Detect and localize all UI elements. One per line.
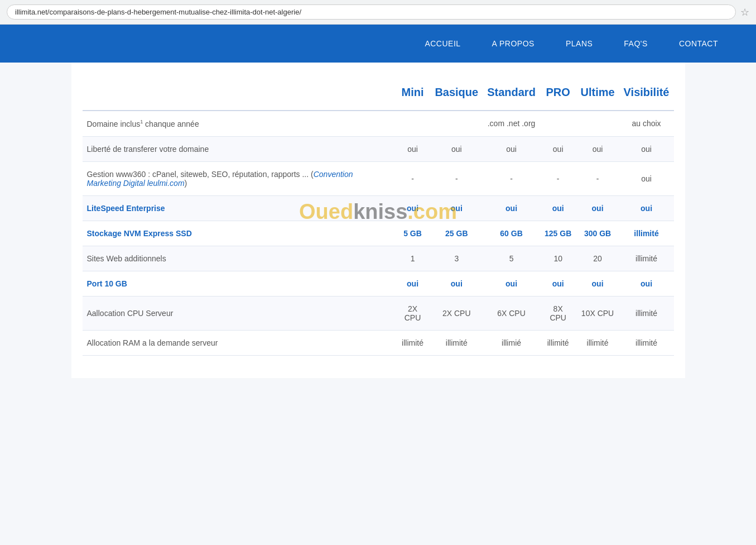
cell-port-col0: oui xyxy=(395,271,431,296)
cell-cpu-col2: 6X CPU xyxy=(483,296,540,330)
cell-stockage-col0: 5 GB xyxy=(395,221,431,246)
cell-liberte-col5: oui xyxy=(619,136,674,161)
cell-sites-col5: illimité xyxy=(619,246,674,271)
cell-cpu-col3: 8X CPU xyxy=(540,296,576,330)
cell-liberte-col4: oui xyxy=(576,136,619,161)
nav-faqs[interactable]: FAQ'S xyxy=(608,39,663,48)
bold-value: 25 GB xyxy=(445,229,468,238)
cell-sites-col2: 5 xyxy=(483,246,540,271)
cell-ram-col4: illimité xyxy=(576,330,619,355)
col-header-empty xyxy=(83,79,395,111)
bold-value: 300 GB xyxy=(584,229,611,238)
cell-cpu-col0: 2X CPU xyxy=(395,296,431,330)
cell-stockage-col3: 125 GB xyxy=(540,221,576,246)
bold-value: oui xyxy=(505,204,517,213)
cell-gestion-col3: - xyxy=(540,161,576,195)
cell-sites-col3: 10 xyxy=(540,246,576,271)
table-row: Sites Web additionnels1351020illimité xyxy=(83,246,674,271)
cell-sites-col4: 20 xyxy=(576,246,619,271)
cell-sites-col0: 1 xyxy=(395,246,431,271)
cell-domaine-col4 xyxy=(576,111,619,136)
col-header-mini: Mini xyxy=(395,79,431,111)
row-label-stockage: Stockage NVM Express SSD xyxy=(83,221,395,246)
cell-ram-col1: illimité xyxy=(430,330,483,355)
nav-accueil[interactable]: ACCUEIL xyxy=(409,39,476,48)
bold-value: 5 GB xyxy=(403,229,422,238)
bold-value: oui xyxy=(641,204,652,213)
cell-liberte-col2: oui xyxy=(483,136,540,161)
cell-gestion-col1: - xyxy=(430,161,483,195)
cell-stockage-col1: 25 GB xyxy=(430,221,483,246)
nav-plans[interactable]: PLANS xyxy=(550,39,608,48)
cell-liberte-col0: oui xyxy=(395,136,431,161)
cell-stockage-col5: illimité xyxy=(619,221,674,246)
col-header-basique: Basique xyxy=(430,79,483,111)
cell-litespeed-col0: oui xyxy=(395,195,431,221)
cell-ram-col2: illimié xyxy=(483,330,540,355)
cell-domaine-col1 xyxy=(430,111,483,136)
bold-value: oui xyxy=(407,204,418,213)
main-nav: ACCUEIL A PROPOS PLANS FAQ'S CONTACT xyxy=(0,25,756,63)
cell-cpu-col5: illimité xyxy=(619,296,674,330)
col-header-ultime: Ultime xyxy=(576,79,619,111)
cell-liberte-col3: oui xyxy=(540,136,576,161)
table-row: Port 10 GBouiouiouiouiouioui xyxy=(83,271,674,296)
content-area: Ouedkniss.com Mini Basique Standard PRO … xyxy=(71,63,685,378)
cell-stockage-col2: 60 GB xyxy=(483,221,540,246)
table-row: Domaine inclus1 chanque année.com .net .… xyxy=(83,111,674,136)
bookmark-icon[interactable]: ☆ xyxy=(740,6,749,18)
main-content: Ouedkniss.com Mini Basique Standard PRO … xyxy=(0,63,756,545)
cell-stockage-col4: 300 GB xyxy=(576,221,619,246)
cell-port-col5: oui xyxy=(619,271,674,296)
table-row: Allocation RAM a la demande serveurillim… xyxy=(83,330,674,355)
nav-contact[interactable]: CONTACT xyxy=(663,39,734,48)
cell-gestion-col4: - xyxy=(576,161,619,195)
cell-sites-col1: 3 xyxy=(430,246,483,271)
cell-litespeed-col1: oui xyxy=(430,195,483,221)
bold-value: 60 GB xyxy=(500,229,522,238)
cell-cpu-col1: 2X CPU xyxy=(430,296,483,330)
cell-domaine-col0 xyxy=(395,111,431,136)
cell-gestion-col0: - xyxy=(395,161,431,195)
table-row: Aallocation CPU Serveur2X CPU2X CPU6X CP… xyxy=(83,296,674,330)
bold-value: oui xyxy=(552,204,564,213)
url-bar[interactable]: illimita.net/comparaisons-de-plans-d-heb… xyxy=(7,4,736,20)
comparison-table: Mini Basique Standard PRO Ultime Visibil… xyxy=(83,79,674,356)
row-label-liberte: Liberté de transferer votre domaine xyxy=(83,136,395,161)
bold-value: oui xyxy=(407,279,418,288)
cell-port-col3: oui xyxy=(540,271,576,296)
cell-port-col1: oui xyxy=(430,271,483,296)
cell-domaine-col5: au choix xyxy=(619,111,674,136)
bold-value: oui xyxy=(451,279,463,288)
bold-value: oui xyxy=(641,279,652,288)
row-label-port: Port 10 GB xyxy=(83,271,395,296)
row-label-gestion: Gestion www360 : cPanel, siteweb, SEO, r… xyxy=(83,161,395,195)
bold-value: oui xyxy=(451,204,463,213)
col-header-visibilite: Visibilité xyxy=(619,79,674,111)
cell-cpu-col4: 10X CPU xyxy=(576,296,619,330)
cell-litespeed-col2: oui xyxy=(483,195,540,221)
table-row: Stockage NVM Express SSD5 GB25 GB60 GB12… xyxy=(83,221,674,246)
bold-value: oui xyxy=(592,204,604,213)
cell-litespeed-col5: oui xyxy=(619,195,674,221)
bold-value: oui xyxy=(592,279,604,288)
row-label-ram: Allocation RAM a la demande serveur xyxy=(83,330,395,355)
row-label-sites: Sites Web additionnels xyxy=(83,246,395,271)
cell-gestion-col5: oui xyxy=(619,161,674,195)
cell-litespeed-col3: oui xyxy=(540,195,576,221)
cell-litespeed-col4: oui xyxy=(576,195,619,221)
col-header-standard: Standard xyxy=(483,79,540,111)
bold-value: illimité xyxy=(634,229,658,238)
bold-value: oui xyxy=(552,279,564,288)
col-header-pro: PRO xyxy=(540,79,576,111)
cell-port-col2: oui xyxy=(483,271,540,296)
browser-bar: illimita.net/comparaisons-de-plans-d-heb… xyxy=(0,0,756,25)
nav-apropos[interactable]: A PROPOS xyxy=(476,39,550,48)
table-row: LiteSpeed Enterpriseouiouiouiouiouioui xyxy=(83,195,674,221)
cell-domaine-col2: .com .net .org xyxy=(483,111,540,136)
bold-value: oui xyxy=(505,279,517,288)
table-wrapper: Ouedkniss.com Mini Basique Standard PRO … xyxy=(83,79,674,356)
row-label-cpu: Aallocation CPU Serveur xyxy=(83,296,395,330)
cell-liberte-col1: oui xyxy=(430,136,483,161)
convention-link[interactable]: Convention Marketing Digital leulmi.com xyxy=(87,170,353,188)
